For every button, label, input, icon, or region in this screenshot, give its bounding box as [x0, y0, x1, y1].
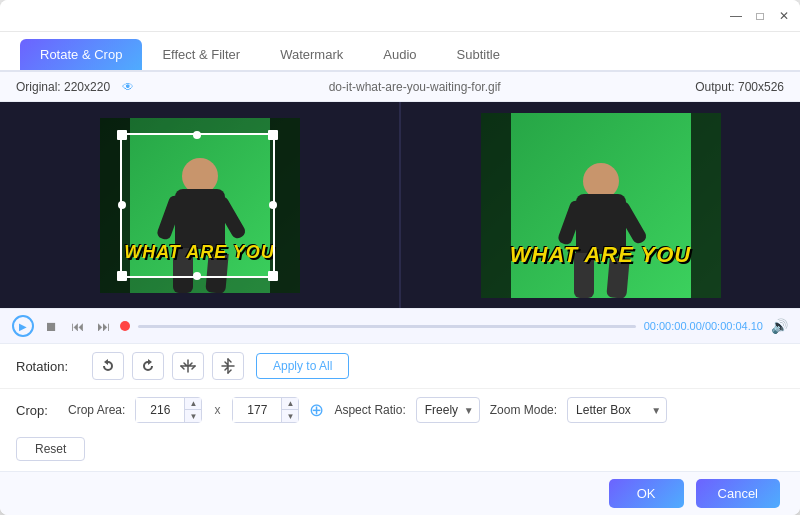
rotate-left-button[interactable] — [92, 352, 124, 380]
tab-effect-filter[interactable]: Effect & Filter — [142, 39, 260, 70]
crop-handle-bl[interactable] — [117, 271, 127, 281]
original-dimensions: Original: 220x220 — [16, 80, 110, 94]
timeline-bar[interactable] — [138, 325, 636, 328]
rotate-right-button[interactable] — [132, 352, 164, 380]
zoom-mode-label: Zoom Mode: — [490, 403, 557, 417]
width-spinners: ▲ ▼ — [184, 398, 201, 422]
apply-to-all-button[interactable]: Apply to All — [256, 353, 349, 379]
stop-button[interactable]: ⏹ — [42, 317, 60, 335]
tabs-bar: Rotate & Crop Effect & Filter Watermark … — [0, 32, 800, 72]
preview-pane-left: WHAT ARE YOU — [0, 102, 401, 308]
next-button[interactable]: ⏭ — [94, 317, 112, 335]
rotation-label: Rotation: — [16, 359, 84, 374]
crop-height-input-group: ▲ ▼ — [232, 397, 299, 423]
rotation-row: Rotation: — [0, 344, 800, 389]
tab-subtitle[interactable]: Subtitle — [437, 39, 520, 70]
eye-icon[interactable]: 👁 — [122, 80, 134, 94]
height-spinners: ▲ ▼ — [281, 398, 298, 422]
record-dot[interactable] — [120, 321, 130, 331]
controls-area: ▶ ⏹ ⏮ ⏭ 00:00:00.00/00:00:04.10 🔊 Rotati… — [0, 308, 800, 471]
play-button[interactable]: ▶ — [12, 315, 34, 337]
height-decrement[interactable]: ▼ — [282, 410, 298, 422]
prev-button[interactable]: ⏮ — [68, 317, 86, 335]
gif-left: WHAT ARE YOU — [100, 118, 300, 293]
filename: do-it-what-are-you-waiting-for.gif — [329, 80, 501, 94]
crop-row: Crop: Crop Area: ▲ ▼ x ▲ ▼ ⊕ Aspect Rati… — [0, 389, 800, 431]
title-bar: — □ ✕ — [0, 0, 800, 32]
gif-text-right: WHAT ARE YOU — [510, 242, 691, 268]
crop-area-label: Crop Area: — [68, 403, 125, 417]
playback-bar: ▶ ⏹ ⏮ ⏭ 00:00:00.00/00:00:04.10 🔊 — [0, 308, 800, 344]
flip-vertical-button[interactable] — [212, 352, 244, 380]
info-bar: Original: 220x220 👁 do-it-what-are-you-w… — [0, 72, 800, 102]
aspect-ratio-label: Aspect Ratio: — [334, 403, 405, 417]
width-decrement[interactable]: ▼ — [185, 410, 201, 422]
volume-icon[interactable]: 🔊 — [771, 318, 788, 334]
crop-height-input[interactable] — [233, 398, 281, 422]
aspect-ratio-select[interactable]: Freely 16:9 4:3 1:1 9:16 — [416, 397, 480, 423]
cancel-button[interactable]: Cancel — [696, 479, 780, 508]
editor-window: — □ ✕ Rotate & Crop Effect & Filter Wate… — [0, 0, 800, 515]
crop-width-input-group: ▲ ▼ — [135, 397, 202, 423]
time-display: 00:00:00.00/00:00:04.10 — [644, 320, 763, 332]
minimize-button[interactable]: — — [728, 8, 744, 24]
person-right — [556, 158, 646, 298]
height-increment[interactable]: ▲ — [282, 398, 298, 410]
flip-horizontal-button[interactable] — [172, 352, 204, 380]
output-dimensions: Output: 700x526 — [695, 80, 784, 94]
preview-area: WHAT ARE YOU — [0, 102, 800, 308]
maximize-button[interactable]: □ — [752, 8, 768, 24]
dimension-separator: x — [212, 403, 222, 417]
zoom-mode-select-wrap: Letter Box Pan & Scan Full ▼ — [567, 397, 667, 423]
reset-button[interactable]: Reset — [16, 437, 85, 461]
aspect-ratio-select-wrap: Freely 16:9 4:3 1:1 9:16 ▼ — [416, 397, 480, 423]
zoom-mode-select[interactable]: Letter Box Pan & Scan Full — [567, 397, 667, 423]
preview-pane-right: WHAT ARE YOU — [401, 102, 800, 308]
crop-overlay[interactable] — [120, 133, 275, 278]
tab-rotate-crop[interactable]: Rotate & Crop — [20, 39, 142, 70]
crosshair-icon[interactable]: ⊕ — [309, 399, 324, 421]
crop-handle-tr[interactable] — [268, 130, 278, 140]
reset-row: Reset — [0, 431, 800, 471]
tab-audio[interactable]: Audio — [363, 39, 436, 70]
crop-handle-bottom[interactable] — [193, 272, 201, 280]
crop-handle-left[interactable] — [118, 201, 126, 209]
window-controls: — □ ✕ — [728, 8, 792, 24]
close-button[interactable]: ✕ — [776, 8, 792, 24]
crop-width-input[interactable] — [136, 398, 184, 422]
width-increment[interactable]: ▲ — [185, 398, 201, 410]
crop-handle-top[interactable] — [193, 131, 201, 139]
crop-label: Crop: — [16, 403, 58, 418]
tab-watermark[interactable]: Watermark — [260, 39, 363, 70]
ok-button[interactable]: OK — [609, 479, 684, 508]
bottom-bar: OK Cancel — [0, 471, 800, 515]
crop-handle-tl[interactable] — [117, 130, 127, 140]
crop-handle-right[interactable] — [269, 201, 277, 209]
gif-right: WHAT ARE YOU — [481, 113, 721, 298]
crop-handle-br[interactable] — [268, 271, 278, 281]
